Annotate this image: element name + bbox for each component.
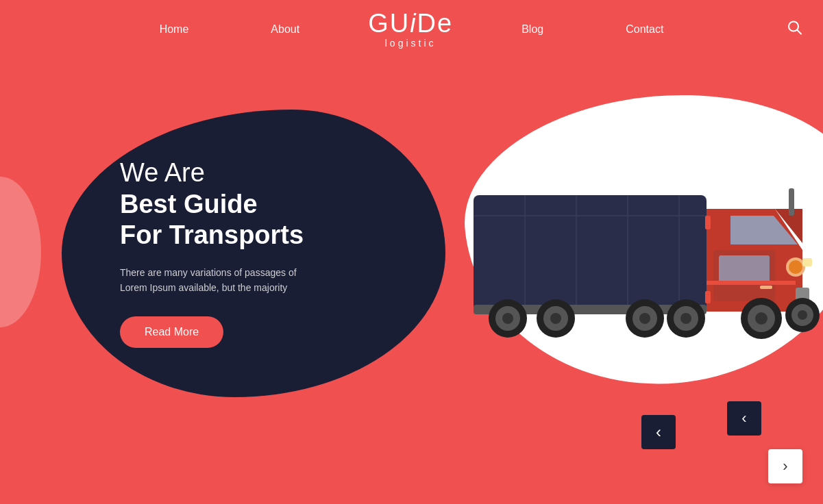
svg-point-16	[502, 313, 513, 324]
hero-content: We Are Best Guide For Transports There a…	[120, 158, 304, 348]
svg-point-33	[789, 260, 802, 274]
slider-prev-button[interactable]: ‹	[641, 415, 676, 449]
hero-title-line3: For Transports	[120, 220, 304, 251]
logo-main: GUiDe	[368, 10, 453, 36]
svg-rect-34	[802, 258, 812, 266]
svg-point-28	[755, 312, 767, 325]
svg-rect-2	[474, 195, 707, 312]
logo-sub: logistic	[385, 38, 437, 49]
navbar: Home About GUiDe logistic Blog Contact	[0, 0, 823, 59]
svg-rect-36	[705, 216, 711, 229]
nav-blog[interactable]: Blog	[480, 23, 585, 36]
hero-section: Home About GUiDe logistic Blog Contact W…	[0, 0, 823, 504]
slider-prev-button-2[interactable]: ‹	[727, 401, 761, 436]
svg-point-31	[798, 310, 807, 320]
svg-point-25	[680, 313, 691, 324]
nav-about[interactable]: About	[230, 23, 341, 36]
read-more-button[interactable]: Read More	[120, 316, 223, 348]
svg-line-1	[798, 30, 802, 34]
chevron-right-icon: ›	[783, 457, 787, 475]
chevron-left-icon: ‹	[656, 423, 661, 442]
svg-rect-35	[707, 281, 796, 285]
svg-rect-10	[719, 255, 770, 283]
blob-left-decoration	[0, 177, 41, 327]
search-icon[interactable]	[787, 21, 802, 39]
svg-rect-13	[789, 188, 794, 216]
nav-links: Home About GUiDe logistic Blog Contact	[0, 10, 823, 49]
svg-point-22	[639, 313, 650, 324]
truck-svg	[467, 154, 823, 360]
truck-illustration	[446, 137, 823, 377]
svg-point-19	[550, 313, 561, 324]
svg-rect-37	[705, 291, 711, 303]
nav-logo: GUiDe logistic	[341, 10, 480, 49]
slider-next-button[interactable]: ›	[768, 449, 802, 483]
hero-title-line2: Best Guide	[120, 189, 304, 220]
hero-description: There are many variations of passages of…	[120, 265, 298, 296]
nav-contact[interactable]: Contact	[585, 23, 704, 36]
svg-rect-11	[760, 286, 772, 289]
hero-title-line1: We Are	[120, 158, 304, 189]
chevron-left-icon-2: ‹	[741, 410, 746, 427]
nav-home[interactable]: Home	[119, 23, 230, 36]
